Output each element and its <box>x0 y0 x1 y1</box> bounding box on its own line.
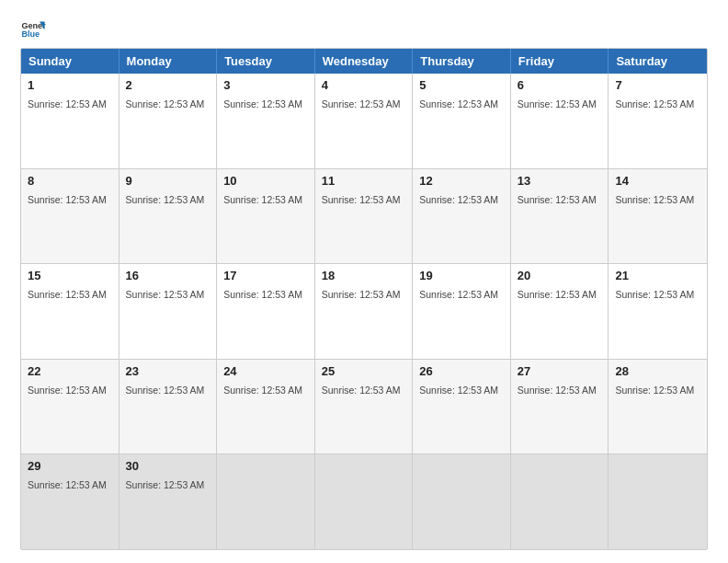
day-number: 12 <box>419 174 504 188</box>
day-number: 28 <box>615 364 700 378</box>
header-sunday: Sunday <box>21 49 119 74</box>
table-row: 4Sunrise: 12:53 AM <box>315 74 414 168</box>
table-row: 16Sunrise: 12:53 AM <box>119 264 218 359</box>
table-row: 6Sunrise: 12:53 AM <box>511 74 609 168</box>
sunrise-time: Sunrise: 12:53 AM <box>223 194 302 205</box>
sunrise-time: Sunrise: 12:53 AM <box>28 98 107 109</box>
table-row: 25Sunrise: 12:53 AM <box>315 360 414 454</box>
calendar-row-3: 15Sunrise: 12:53 AM16Sunrise: 12:53 AM17… <box>21 264 707 360</box>
day-number: 2 <box>126 78 210 92</box>
sunrise-time: Sunrise: 12:53 AM <box>518 98 597 109</box>
day-number: 29 <box>28 459 112 473</box>
table-row: 3Sunrise: 12:53 AM <box>217 74 315 168</box>
table-row: 29Sunrise: 12:53 AM <box>21 454 119 549</box>
sunrise-time: Sunrise: 12:53 AM <box>223 98 302 109</box>
day-number: 10 <box>223 174 308 188</box>
day-number: 11 <box>322 174 406 188</box>
table-row: 5Sunrise: 12:53 AM <box>413 74 511 168</box>
sunrise-time: Sunrise: 12:53 AM <box>615 385 694 396</box>
sunrise-time: Sunrise: 12:53 AM <box>419 194 498 205</box>
day-number: 7 <box>615 78 700 92</box>
header: General Blue <box>20 17 708 42</box>
calendar-body: 1Sunrise: 12:53 AM2Sunrise: 12:53 AM3Sun… <box>21 74 707 549</box>
table-row: 8Sunrise: 12:53 AM <box>21 169 119 264</box>
sunrise-time: Sunrise: 12:53 AM <box>126 98 205 109</box>
sunrise-time: Sunrise: 12:53 AM <box>322 194 401 205</box>
table-row: 15Sunrise: 12:53 AM <box>21 264 119 359</box>
day-number: 6 <box>518 78 602 92</box>
sunrise-time: Sunrise: 12:53 AM <box>419 98 498 109</box>
sunrise-time: Sunrise: 12:53 AM <box>518 289 597 300</box>
table-row: 1Sunrise: 12:53 AM <box>21 74 119 168</box>
header-monday: Monday <box>119 49 218 74</box>
table-row: 24Sunrise: 12:53 AM <box>217 360 315 454</box>
sunrise-time: Sunrise: 12:53 AM <box>126 479 205 490</box>
table-row <box>413 454 511 549</box>
sunrise-time: Sunrise: 12:53 AM <box>223 385 302 396</box>
day-number: 18 <box>322 269 406 282</box>
calendar-row-4: 22Sunrise: 12:53 AM23Sunrise: 12:53 AM24… <box>21 360 707 455</box>
day-number: 15 <box>28 269 112 282</box>
table-row <box>511 454 609 549</box>
table-row: 18Sunrise: 12:53 AM <box>315 264 414 359</box>
table-row: 27Sunrise: 12:53 AM <box>511 360 609 454</box>
table-row <box>217 454 315 549</box>
sunrise-time: Sunrise: 12:53 AM <box>28 289 107 300</box>
table-row: 14Sunrise: 12:53 AM <box>609 169 707 264</box>
day-number: 25 <box>322 364 406 378</box>
day-number: 26 <box>419 364 504 378</box>
sunrise-time: Sunrise: 12:53 AM <box>126 289 205 300</box>
day-number: 23 <box>126 364 210 378</box>
table-row: 26Sunrise: 12:53 AM <box>413 360 511 454</box>
header-tuesday: Tuesday <box>217 49 315 74</box>
table-row: 23Sunrise: 12:53 AM <box>119 360 218 454</box>
sunrise-time: Sunrise: 12:53 AM <box>419 385 498 396</box>
sunrise-time: Sunrise: 12:53 AM <box>518 194 597 205</box>
logo: General Blue <box>20 17 46 42</box>
day-number: 17 <box>223 269 308 282</box>
day-number: 24 <box>223 364 308 378</box>
day-number: 9 <box>126 174 210 188</box>
general-blue-logo-icon: General Blue <box>20 17 46 42</box>
table-row: 2Sunrise: 12:53 AM <box>119 74 218 168</box>
header-saturday: Saturday <box>609 49 707 74</box>
sunrise-time: Sunrise: 12:53 AM <box>322 98 401 109</box>
table-row: 21Sunrise: 12:53 AM <box>609 264 707 359</box>
day-number: 22 <box>28 364 112 378</box>
table-row <box>609 454 707 549</box>
sunrise-time: Sunrise: 12:53 AM <box>518 385 597 396</box>
page: General Blue Sunday Monday Tuesday Wedne… <box>0 0 728 563</box>
table-row: 22Sunrise: 12:53 AM <box>21 360 119 454</box>
day-number: 4 <box>322 78 406 92</box>
table-row: 13Sunrise: 12:53 AM <box>511 169 609 264</box>
table-row: 19Sunrise: 12:53 AM <box>413 264 511 359</box>
sunrise-time: Sunrise: 12:53 AM <box>322 289 401 300</box>
day-number: 8 <box>28 174 112 188</box>
header-wednesday: Wednesday <box>315 49 414 74</box>
sunrise-time: Sunrise: 12:53 AM <box>322 385 401 396</box>
header-thursday: Thursday <box>413 49 511 74</box>
day-number: 3 <box>223 78 308 92</box>
table-row: 11Sunrise: 12:53 AM <box>315 169 414 264</box>
table-row: 9Sunrise: 12:53 AM <box>119 169 218 264</box>
sunrise-time: Sunrise: 12:53 AM <box>28 194 107 205</box>
calendar-row-1: 1Sunrise: 12:53 AM2Sunrise: 12:53 AM3Sun… <box>21 74 707 169</box>
header-friday: Friday <box>511 49 609 74</box>
calendar-row-5: 29Sunrise: 12:53 AM30Sunrise: 12:53 AM <box>21 454 707 549</box>
table-row: 20Sunrise: 12:53 AM <box>511 264 609 359</box>
day-number: 30 <box>126 459 210 473</box>
svg-text:Blue: Blue <box>21 29 40 39</box>
day-number: 16 <box>126 269 210 282</box>
sunrise-time: Sunrise: 12:53 AM <box>223 289 302 300</box>
sunrise-time: Sunrise: 12:53 AM <box>126 194 205 205</box>
day-number: 19 <box>419 269 504 282</box>
calendar-row-2: 8Sunrise: 12:53 AM9Sunrise: 12:53 AM10Su… <box>21 169 707 265</box>
day-number: 27 <box>518 364 602 378</box>
day-number: 1 <box>28 78 112 92</box>
table-row: 17Sunrise: 12:53 AM <box>217 264 315 359</box>
day-number: 13 <box>518 174 602 188</box>
day-number: 5 <box>419 78 504 92</box>
sunrise-time: Sunrise: 12:53 AM <box>28 385 107 396</box>
sunrise-time: Sunrise: 12:53 AM <box>419 289 498 300</box>
day-number: 20 <box>518 269 602 282</box>
